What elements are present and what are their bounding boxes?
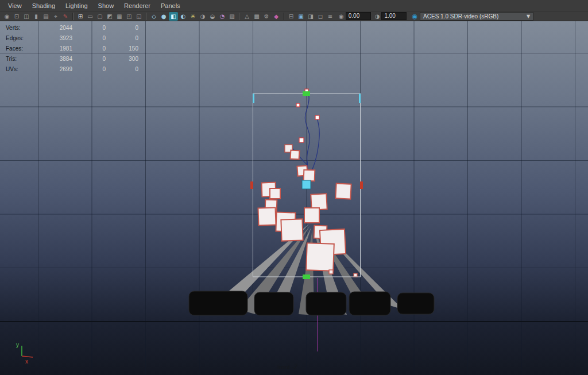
hud-stat-col3: 0 (106, 35, 138, 41)
camera-label: front -Z (277, 364, 297, 370)
gate-mask-icon[interactable]: ◩ (105, 12, 114, 21)
log-mesh (189, 291, 247, 315)
hud-stat-label: Tris: (6, 56, 36, 62)
lock-camera-icon[interactable]: ⊡ (12, 12, 21, 21)
hud-row: UVs:269900 (6, 64, 138, 74)
select-camera-icon[interactable]: ◉ (2, 12, 11, 21)
sprite-plane (258, 207, 276, 225)
smoke-cone-mesh (210, 224, 309, 312)
smoke-guide-curve (307, 117, 319, 177)
lights-icon[interactable]: ☀ (188, 12, 198, 21)
menu-item-shading[interactable]: Shading (28, 1, 60, 10)
panel-toolbar: ◉⊡◫▮▤⌖✎⊞▭▢◩▦◰◱◇●◧◐☀◑◒◔▨△▩⚙◆⊟▣◨◻≡ ◉ 0.00 … (0, 11, 588, 21)
panel-menu-bar: ViewShadingLightingShowRendererPanels (0, 0, 588, 11)
hud-stat-label: Verts: (6, 25, 36, 31)
scale-handle-green[interactable] (303, 91, 310, 96)
grease-pencil-icon[interactable]: ✎ (61, 12, 70, 21)
hud-stat-total: 1981 (36, 45, 72, 52)
motion-blur-icon[interactable]: ◔ (218, 12, 227, 21)
sprite-plane (335, 183, 351, 199)
gamma-control: ◑ 1.00 (375, 12, 407, 20)
occlusion-icon[interactable]: ◒ (208, 12, 217, 21)
toolbar-separator (239, 13, 240, 20)
hud-stat-total: 3923 (36, 35, 72, 41)
menu-item-renderer[interactable]: Renderer (119, 1, 155, 10)
camera-attributes-icon[interactable]: ◫ (22, 12, 31, 21)
hud-toggle-icon[interactable]: ≡ (326, 12, 335, 21)
materials-icon[interactable]: ◐ (179, 12, 188, 21)
overlay-icon[interactable]: ◨ (306, 12, 315, 21)
plugin-shading-icon[interactable]: ◆ (272, 12, 281, 21)
menu-item-panels[interactable]: Panels (156, 1, 185, 10)
pan-zoom-icon[interactable]: ⌖ (51, 12, 60, 21)
layers-display-icon[interactable]: ▣ (296, 12, 305, 21)
hud-row: Verts:204400 (6, 22, 138, 33)
shaded-icon[interactable]: ● (159, 12, 168, 21)
image-plane-icon[interactable]: ▤ (41, 12, 51, 21)
corner-handle-cyan[interactable] (253, 94, 254, 103)
wireframe-icon[interactable]: ◇ (149, 12, 158, 21)
side-handle-red[interactable] (250, 181, 253, 189)
safe-action-icon[interactable]: ◰ (125, 12, 134, 21)
hud-stat-col3: 300 (106, 56, 138, 62)
bookmark-icon[interactable]: ▮ (32, 12, 41, 21)
smoke-cone-mesh (314, 227, 347, 315)
sprite-plane (281, 219, 303, 241)
exposure-control: ◉ 0.00 (339, 12, 371, 20)
film-gate-icon[interactable]: ▭ (86, 12, 95, 21)
side-handle-red[interactable] (360, 181, 363, 189)
antialias-icon[interactable]: ▨ (227, 12, 237, 21)
gamma-icon[interactable]: ◑ (375, 13, 380, 20)
isolate-select-icon[interactable]: △ (242, 12, 252, 21)
separate-view-icon[interactable]: ⊟ (287, 12, 296, 21)
textured-icon[interactable]: ◧ (169, 12, 178, 21)
scale-handle-green[interactable] (303, 275, 310, 279)
hud-stat-label: Edges: (6, 35, 36, 41)
sprite-plane (354, 273, 357, 277)
field-chart-icon[interactable]: ▦ (115, 12, 124, 21)
color-management-icon[interactable]: ◉ (412, 13, 417, 20)
center-handle-cyan[interactable] (302, 180, 311, 189)
resolution-gate-icon[interactable]: ▢ (95, 12, 105, 21)
curve-cv-point (315, 115, 319, 119)
sprite-plane (320, 229, 346, 255)
sprite-plane (311, 194, 327, 210)
corner-handle-cyan[interactable] (359, 94, 361, 103)
menu-item-show[interactable]: Show (94, 1, 119, 10)
smoke-cone-mesh (315, 226, 376, 313)
hud-stat-label: UVs: (6, 66, 36, 72)
selection-bounding-box (253, 94, 361, 277)
curve-cv-point (299, 138, 304, 142)
xray-joints-icon[interactable]: ⚙ (262, 12, 271, 21)
menu-item-view[interactable]: View (3, 1, 26, 10)
axis-y-label: y (16, 342, 19, 348)
shadows-icon[interactable]: ◑ (198, 12, 207, 21)
color-management-dropdown[interactable]: ACES 1.0 SDR-video (sRGB) ▼ (420, 12, 533, 21)
gamma-field[interactable]: 1.00 (381, 12, 407, 20)
smoke-cone-mesh (266, 227, 311, 315)
axis-x-label: x (25, 358, 28, 365)
sprite-plane (262, 183, 276, 197)
grid-toggle-icon[interactable]: ⊞ (76, 12, 85, 21)
safe-title-icon[interactable]: ◱ (134, 12, 144, 21)
sprite-plane (304, 170, 315, 181)
xray-icon[interactable]: ▩ (252, 12, 261, 21)
axis-x-line (22, 356, 33, 357)
toolbar-separator (283, 13, 284, 20)
hud-stat-col3: 0 (106, 25, 138, 31)
maya-viewport-panel: ViewShadingLightingShowRendererPanels ◉⊡… (0, 0, 588, 375)
exposure-icon[interactable]: ◉ (339, 13, 344, 20)
toolbar-separator (146, 13, 147, 20)
hud-stat-total: 2044 (36, 25, 72, 31)
snapshot-icon[interactable]: ◻ (316, 12, 325, 21)
log-mesh (254, 292, 293, 315)
viewport[interactable]: yx Verts:204400Edges:392300Faces:1981015… (0, 21, 588, 375)
sprite-plane (270, 188, 280, 199)
menu-item-lighting[interactable]: Lighting (61, 1, 92, 10)
curve-cv-point (296, 103, 300, 107)
hud-stat-col3: 0 (106, 66, 138, 72)
exposure-field[interactable]: 0.00 (346, 12, 371, 20)
toolbar-separator (72, 13, 74, 20)
scene-canvas: yx (0, 21, 588, 375)
color-management-value: ACES 1.0 SDR-video (sRGB) (423, 13, 498, 20)
